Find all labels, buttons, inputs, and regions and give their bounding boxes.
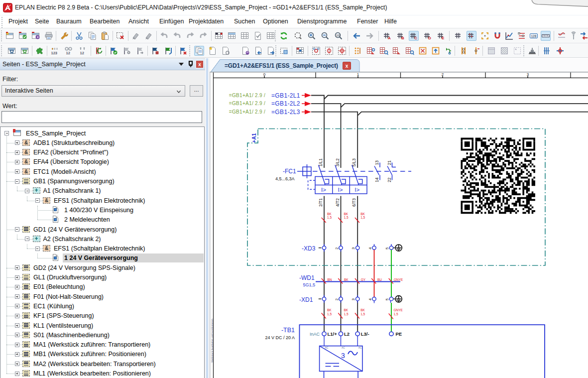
svg-text:L1/+: L1/+ (328, 331, 338, 337)
svg-text:5: 5 (385, 247, 389, 250)
svg-text:AC: AC (342, 346, 345, 349)
svg-text:I>: I> (321, 187, 326, 193)
svg-text:GY: GY (361, 278, 366, 281)
svg-text:BK: BK (327, 212, 332, 216)
svg-text:=GB1-2L2: =GB1-2L2 (271, 100, 300, 107)
svg-text:BK: BK (344, 308, 349, 312)
svg-text:PE: PE (396, 331, 402, 337)
svg-text:1,5: 1,5 (327, 312, 332, 316)
svg-text:22: 22 (387, 177, 392, 182)
svg-text:GNYE: GNYE (394, 278, 403, 281)
svg-text:5/L3: 5/L3 (352, 158, 356, 167)
svg-text:1,5: 1,5 (327, 216, 332, 219)
svg-text:=GB1+A1/ 2.9 /: =GB1+A1/ 2.9 / (229, 101, 265, 106)
svg-text:Werkstück bearbeiten und posit: Werkstück bearbeiten und positionieren (211, 319, 214, 363)
svg-text:3: 3 (351, 298, 355, 301)
svg-text:A: A (388, 36, 391, 40)
svg-text:123: 123 (51, 51, 58, 55)
svg-text:4/T2: 4/T2 (335, 198, 340, 207)
svg-text:100: 100 (336, 34, 341, 37)
svg-text:L2: L2 (344, 331, 350, 337)
svg-text:1,5: 1,5 (344, 216, 349, 219)
svg-text:D: D (428, 36, 431, 40)
svg-text:=GB1+A1/ 2.9 /: =GB1+A1/ 2.9 / (229, 109, 265, 115)
svg-text:BN: BN (328, 278, 332, 281)
svg-text:128: 128 (531, 34, 537, 38)
svg-text:1,5: 1,5 (360, 312, 365, 316)
svg-text:InAC: InAC (310, 332, 320, 337)
svg-text:=GB1-2L1: =GB1-2L1 (271, 92, 300, 99)
svg-text:+A1: +A1 (251, 133, 257, 143)
svg-text:=GB1+A1/ 2.9 /: =GB1+A1/ 2.9 / (229, 93, 265, 98)
svg-text:4,5...6,3A: 4,5...6,3A (275, 176, 295, 181)
svg-text:E: E (442, 36, 445, 40)
svg-text:C: C (414, 36, 417, 40)
svg-text:BK: BK (360, 308, 365, 312)
svg-text:B: B (401, 36, 404, 40)
svg-text:-XD1: -XD1 (299, 296, 313, 303)
svg-text:-TB1: -TB1 (281, 327, 295, 334)
svg-text:6/T3: 6/T3 (352, 198, 356, 207)
svg-text:1,5: 1,5 (394, 312, 398, 316)
svg-text:12: 12 (66, 51, 70, 55)
svg-text:=GB1-2L3: =GB1-2L3 (271, 109, 300, 116)
svg-text:12: 12 (80, 51, 84, 55)
svg-text:BU: BU (377, 278, 382, 281)
svg-text:AC: AC (358, 346, 362, 349)
svg-text:21: 21 (387, 160, 392, 165)
svg-text:3: 3 (351, 247, 355, 250)
svg-text:5G1,5: 5G1,5 (303, 282, 316, 287)
svg-text:2/T1: 2/T1 (318, 198, 323, 207)
svg-text:-WD1: -WD1 (299, 274, 315, 281)
svg-text:BK: BK (344, 278, 349, 281)
svg-text:L3/-: L3/- (361, 331, 369, 337)
svg-text:13: 13 (374, 160, 379, 165)
svg-text:14: 14 (374, 177, 379, 182)
svg-text:3: 3 (341, 352, 345, 360)
svg-text:AC: AC (325, 346, 329, 349)
svg-text:2: 2 (335, 247, 339, 250)
svg-text:I>: I> (338, 187, 343, 193)
svg-text:BK: BK (344, 212, 349, 216)
svg-text:BK: BK (327, 308, 332, 312)
svg-text:BK: BK (360, 212, 365, 216)
svg-text:2: 2 (335, 298, 339, 301)
svg-text:I>: I> (354, 187, 359, 193)
svg-text:1/L1: 1/L1 (318, 158, 323, 167)
svg-text:1,5: 1,5 (344, 312, 349, 316)
svg-text:1,5: 1,5 (360, 216, 365, 219)
svg-text:24 V DC / 20 A: 24 V DC / 20 A (265, 335, 295, 340)
svg-text:5: 5 (385, 298, 389, 301)
svg-text:GNYE: GNYE (394, 308, 403, 312)
svg-text:-FC1: -FC1 (283, 168, 296, 175)
svg-text:3/L2: 3/L2 (335, 158, 340, 167)
svg-text:4: 4 (368, 247, 372, 250)
svg-text:-XD3: -XD3 (302, 245, 316, 252)
svg-text:4: 4 (368, 298, 372, 301)
